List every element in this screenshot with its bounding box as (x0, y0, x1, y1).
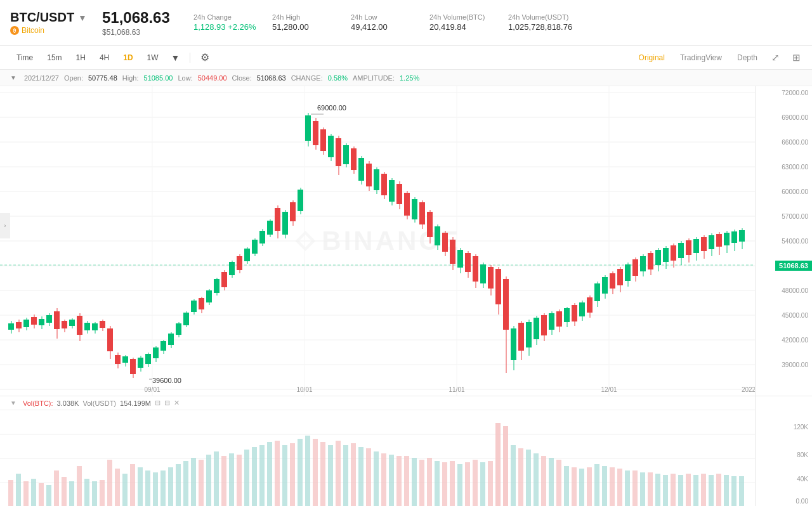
svg-rect-27 (31, 317, 37, 325)
y-label-60000: 60000.00 (782, 188, 808, 195)
svg-rect-226 (39, 483, 44, 506)
x-label-sept: 09/01 (144, 386, 160, 393)
svg-rect-59 (153, 347, 159, 358)
time-button[interactable]: Time (10, 51, 39, 65)
svg-rect-159 (534, 318, 539, 339)
svg-rect-205 (709, 235, 714, 249)
svg-rect-258 (282, 445, 287, 506)
svg-rect-51 (122, 356, 128, 363)
chart-wrapper: BINANCE (0, 86, 812, 396)
volume-icon-1[interactable]: ⊟ (155, 399, 160, 407)
svg-rect-285 (488, 461, 493, 506)
svg-rect-155 (518, 323, 524, 351)
svg-rect-280 (450, 461, 455, 506)
volume-collapse-icon[interactable]: ▼ (10, 399, 16, 406)
view-original[interactable]: Original (636, 52, 667, 63)
svg-rect-173 (587, 297, 593, 313)
svg-rect-227 (46, 485, 51, 506)
svg-rect-290 (526, 450, 531, 506)
svg-rect-295 (564, 466, 569, 506)
svg-rect-161 (541, 315, 547, 335)
volume-chart: ▼ Vol(BTC): 3.038K Vol(USDT) 154.199M ⊟ … (0, 396, 755, 506)
svg-rect-246 (191, 458, 196, 506)
svg-rect-207 (716, 234, 722, 247)
svg-rect-248 (206, 455, 211, 506)
svg-rect-222 (8, 480, 13, 506)
svg-rect-284 (480, 462, 485, 506)
candlestick-chart: 69000.00 39600.00 (0, 86, 755, 396)
svg-rect-288 (511, 445, 516, 506)
vol-y-40k: 40K (797, 476, 808, 483)
pair-info: BTC/USDT ▼ ₿ Bitcoin (10, 10, 87, 35)
ohlc-high-value: 51085.00 (144, 74, 173, 82)
svg-rect-309 (671, 474, 676, 506)
svg-rect-195 (671, 245, 676, 261)
svg-rect-296 (572, 467, 577, 506)
svg-rect-299 (594, 464, 599, 506)
svg-rect-305 (640, 472, 645, 506)
stat-vol-btc-label: 24h Volume(BTC) (429, 13, 493, 21)
svg-rect-245 (183, 461, 188, 506)
svg-rect-293 (549, 458, 554, 506)
volume-icon-3[interactable]: ✕ (174, 399, 180, 407)
chart-main[interactable]: BINANCE (0, 86, 755, 396)
svg-rect-171 (579, 302, 585, 316)
svg-rect-300 (602, 466, 607, 506)
pair-subtitle-label: Bitcoin (22, 26, 44, 35)
interval-1w[interactable]: 1W (141, 51, 165, 65)
toolbar: Time 15m 1H 4H 1D 1W ▼ ⚙ Original Tradin… (0, 46, 812, 70)
pair-dropdown-icon[interactable]: ▼ (78, 13, 87, 23)
svg-rect-187 (640, 256, 646, 271)
svg-rect-251 (229, 453, 234, 506)
interval-4h[interactable]: 4H (93, 51, 115, 65)
interval-15m[interactable]: 15m (41, 51, 68, 65)
svg-rect-109 (343, 145, 349, 164)
y-label-45000: 45000.00 (782, 312, 808, 319)
svg-rect-201 (693, 239, 699, 253)
fullscreen-icon[interactable]: ⤢ (770, 51, 781, 65)
volume-panel: ▼ Vol(BTC): 3.038K Vol(USDT) 154.199M ⊟ … (0, 396, 812, 506)
current-price-label: 51068.63 (775, 261, 812, 271)
settings-icon[interactable]: ⚙ (195, 49, 214, 66)
ohlc-change-label: CHANGE: (291, 74, 323, 82)
interval-1d[interactable]: 1D (117, 51, 139, 65)
svg-rect-235 (107, 460, 112, 506)
svg-rect-33 (54, 311, 60, 329)
stat-high: 24h High 51,280.00 (272, 13, 336, 32)
svg-rect-271 (381, 453, 386, 506)
svg-rect-133 (435, 226, 440, 245)
interval-1h[interactable]: 1H (70, 51, 92, 65)
svg-rect-283 (473, 460, 478, 506)
svg-rect-21 (8, 323, 14, 330)
svg-rect-127 (412, 199, 417, 219)
svg-rect-236 (115, 469, 120, 506)
svg-rect-238 (130, 464, 135, 506)
svg-rect-276 (419, 460, 424, 506)
svg-rect-45 (100, 321, 105, 328)
interval-dropdown[interactable]: ▼ (166, 50, 185, 65)
svg-rect-233 (92, 481, 97, 506)
svg-text:69000.00: 69000.00 (317, 104, 346, 112)
svg-rect-165 (556, 311, 562, 327)
svg-rect-314 (709, 475, 714, 506)
view-tradingview[interactable]: TradingView (678, 52, 724, 63)
svg-rect-49 (115, 355, 121, 364)
svg-rect-119 (381, 174, 387, 195)
pair-title[interactable]: BTC/USDT ▼ (10, 10, 87, 25)
svg-rect-105 (328, 136, 334, 157)
stat-change: 24h Change 1,128.93 +2.26% (193, 13, 257, 32)
y-label-72000: 72000.00 (782, 89, 808, 96)
volume-icon-2[interactable]: ⊟ (164, 399, 170, 407)
ohlc-high-label: High: (122, 74, 139, 82)
layout-icon[interactable]: ⊞ (791, 51, 802, 65)
svg-rect-263 (320, 442, 325, 506)
ohlc-collapse-icon[interactable]: ▼ (10, 74, 16, 81)
svg-rect-281 (457, 464, 462, 506)
svg-rect-175 (594, 283, 600, 301)
vol-y-0: 0.00 (796, 498, 808, 505)
view-depth[interactable]: Depth (735, 52, 760, 63)
pan-left-button[interactable]: › (0, 213, 10, 238)
svg-rect-260 (298, 439, 303, 506)
toolbar-left: Time 15m 1H 4H 1D 1W ▼ ⚙ (10, 49, 636, 66)
svg-rect-301 (610, 467, 615, 506)
